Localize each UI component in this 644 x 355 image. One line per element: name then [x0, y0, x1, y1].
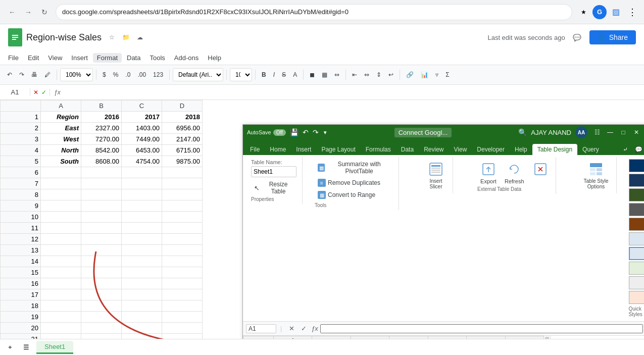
cell-a2[interactable]: East — [41, 123, 81, 134]
align-left-button[interactable]: ⇤ — [349, 68, 360, 82]
decimal-dec-button[interactable]: .0 — [122, 68, 133, 82]
print-button[interactable]: 🖶 — [28, 68, 40, 82]
insert-link-button[interactable]: 🔗 — [403, 68, 417, 82]
back-button[interactable]: ← — [5, 5, 19, 19]
cell-a1[interactable]: Region — [41, 112, 81, 123]
cell-reference[interactable]: A1 — [0, 88, 30, 96]
accept-formula-button[interactable]: ✓ — [298, 323, 309, 334]
save-icon[interactable]: 💾 — [290, 128, 299, 136]
star-icon[interactable]: ☆ — [106, 31, 118, 43]
maximize-button[interactable]: □ — [618, 127, 629, 138]
chat-button[interactable]: 💬 — [569, 29, 585, 45]
fill-color-button[interactable]: ◼ — [307, 68, 318, 82]
style-swatch[interactable] — [629, 262, 644, 275]
excel-col-f[interactable]: F — [467, 336, 505, 339]
style-swatch[interactable] — [629, 218, 644, 231]
strikethrough-button[interactable]: S — [279, 68, 289, 82]
profile-icon[interactable]: G — [592, 5, 607, 19]
cell-c1[interactable]: 2017 — [122, 112, 162, 123]
tab-table-design[interactable]: Table Design — [532, 144, 577, 155]
cell-c5[interactable]: 4754.00 — [122, 156, 162, 167]
add-sheet-button[interactable]: + — [4, 341, 16, 353]
sheet-tab-sheet1[interactable]: Sheet1 — [36, 341, 73, 354]
share-button[interactable]: 👤 Share — [589, 30, 636, 44]
menu-tools[interactable]: Tools — [145, 53, 169, 63]
tab-help[interactable]: Help — [510, 144, 532, 155]
align-center-button[interactable]: ⇔ — [361, 68, 372, 82]
functions-button[interactable]: Σ — [442, 68, 452, 82]
style-swatch[interactable] — [629, 188, 644, 201]
address-bar[interactable]: docs.google.com/spreadsheets/d/1BpirlxRd… — [56, 4, 572, 20]
cell-b4[interactable]: 8542.00 — [81, 145, 122, 156]
font-size-select[interactable]: 10 — [230, 68, 252, 81]
scroll-thumb[interactable] — [545, 337, 549, 339]
folder-icon[interactable]: 📁 — [120, 31, 132, 43]
style-swatch[interactable] — [629, 232, 644, 245]
menu-file[interactable]: File — [4, 53, 23, 63]
borders-button[interactable]: ▦ — [319, 68, 330, 82]
reject-icon[interactable]: ✕ — [33, 89, 38, 96]
menu-format[interactable]: Format — [93, 53, 122, 63]
ribbon-extra-btn1[interactable]: ⤶ — [620, 144, 631, 155]
cell-d5[interactable]: 9875.00 — [162, 156, 203, 167]
cell-b1[interactable]: 2016 — [81, 112, 122, 123]
refresh-button[interactable]: Refresh — [502, 159, 527, 186]
font-select[interactable]: Default (Ari... — [173, 68, 223, 81]
cell-d1[interactable]: 2018 — [162, 112, 203, 123]
style-swatch[interactable] — [629, 174, 644, 187]
cell-d3[interactable]: 2147.00 — [162, 134, 203, 145]
style-swatch[interactable] — [629, 291, 644, 304]
cancel-formula-button[interactable]: ✕ — [286, 323, 297, 334]
cell-d4[interactable]: 6715.00 — [162, 145, 203, 156]
excel-search-icon[interactable]: 🔍 — [518, 128, 527, 136]
cell-b3[interactable]: 7270.00 — [81, 134, 122, 145]
tab-view[interactable]: View — [449, 144, 472, 155]
redo-icon[interactable]: ↷ — [313, 128, 319, 136]
menu-help[interactable]: Help — [204, 53, 225, 63]
cell-c3[interactable]: 7449.00 — [122, 134, 162, 145]
tab-home[interactable]: Home — [265, 144, 291, 155]
tab-insert[interactable]: Insert — [291, 144, 316, 155]
font-color-button[interactable]: A — [290, 68, 300, 82]
extension-icon[interactable]: ▨ — [609, 5, 623, 19]
minimize-button[interactable]: — — [605, 127, 616, 138]
excel-scroll-area[interactable]: A B C D E F G — [243, 336, 544, 339]
menu-edit[interactable]: Edit — [24, 53, 43, 63]
excel-col-c[interactable]: C — [351, 336, 389, 339]
convert-to-range-button[interactable]: ▦ Convert to Range — [315, 189, 394, 200]
percent-button[interactable]: % — [110, 68, 122, 82]
tab-query[interactable]: Query — [577, 144, 604, 155]
insert-chart-button[interactable]: 📊 — [418, 68, 431, 82]
bookmark-icon[interactable]: ★ — [576, 5, 590, 19]
tab-page-layout[interactable]: Page Layout — [316, 144, 360, 155]
vertical-scrollbar[interactable] — [544, 336, 550, 339]
tab-formulas[interactable]: Formulas — [361, 144, 396, 155]
cloud-icon[interactable]: ☁ — [134, 31, 146, 43]
cell-a4[interactable]: North — [41, 145, 81, 156]
tab-file[interactable]: File — [245, 144, 265, 155]
cell-d2[interactable]: 6956.00 — [162, 123, 203, 134]
autosave-toggle[interactable]: Off — [273, 129, 286, 136]
table-style-options-button[interactable]: Table Style Options — [580, 159, 612, 191]
bold-button[interactable]: B — [259, 68, 269, 82]
menu-insert[interactable]: Insert — [67, 53, 92, 63]
accept-icon[interactable]: ✓ — [41, 89, 46, 96]
merge-button[interactable]: ⇔ — [331, 68, 342, 82]
style-swatch[interactable] — [629, 203, 644, 216]
remove-duplicates-button[interactable]: ≡ Remove Duplicates — [315, 177, 394, 188]
resize-table-button[interactable]: ↖ Resize Table — [251, 179, 298, 196]
decimal-inc-button[interactable]: .00 — [134, 68, 149, 82]
refresh-button[interactable]: ↻ — [37, 5, 52, 19]
ribbon-collapse-button[interactable]: ☷ — [591, 127, 603, 138]
excel-col-d[interactable]: D — [389, 336, 428, 339]
style-swatch-active[interactable] — [629, 247, 644, 260]
cell-b2[interactable]: 2327.00 — [81, 123, 122, 134]
menu-dots[interactable]: ⋮ — [625, 5, 639, 19]
excel-col-a[interactable]: A — [274, 336, 312, 339]
filter-button[interactable]: ▿ — [432, 68, 441, 82]
menu-addons[interactable]: Add-ons — [170, 53, 203, 63]
tab-data[interactable]: Data — [396, 144, 419, 155]
cell-a3[interactable]: West — [41, 134, 81, 145]
tab-developer[interactable]: Developer — [472, 144, 510, 155]
format-type-button[interactable]: 123 — [150, 68, 166, 82]
